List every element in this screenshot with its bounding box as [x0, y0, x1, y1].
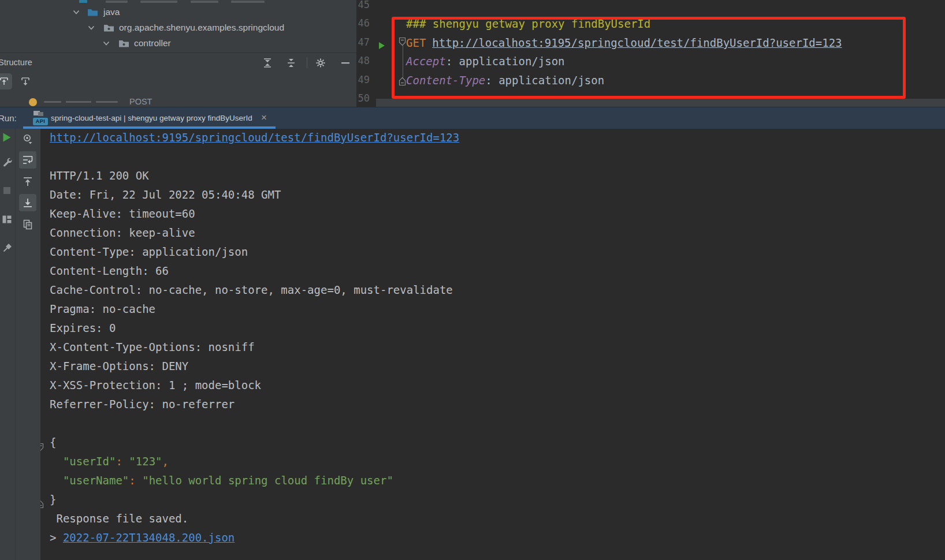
- console-line: Cache-Control: no-cache, no-store, max-a…: [50, 283, 459, 303]
- console-line: "userId": "123",: [50, 455, 459, 474]
- console-line: HTTP/1.1 200 OK: [50, 169, 459, 188]
- console-line: Keep-Alive: timeout=60: [50, 207, 459, 226]
- json-key: "userId": [63, 455, 116, 468]
- json-colon: :: [116, 455, 122, 468]
- stop-square-icon: [3, 187, 11, 195]
- http-request-editor[interactable]: 45 46 47 48 49 50 ### shengyu getway pro…: [356, 0, 945, 107]
- response-header-line: X-XSS-Protection: 1 ; mode=block: [50, 379, 261, 391]
- scroll-to-top-button[interactable]: [19, 173, 36, 191]
- restore-layout-button[interactable]: [1, 213, 13, 226]
- structure-panel-header: Structure: [0, 53, 356, 72]
- modify-run-configuration-button[interactable]: [1, 155, 13, 168]
- tree-item-package[interactable]: org.apache.shenyu.examples.springcloud: [0, 20, 356, 35]
- json-key: "userName": [63, 474, 129, 487]
- project-structure-panel: java org.apache.shenyu.examples.springcl…: [0, 0, 356, 107]
- pin-tab-button[interactable]: [1, 242, 13, 255]
- line-number: 49: [356, 74, 370, 93]
- response-header-line: Referrer-Policy: no-referrer: [50, 398, 235, 410]
- console-line: http://localhost:9195/springcloud/test/f…: [50, 131, 459, 150]
- console-lines: http://localhost:9195/springcloud/test/f…: [50, 131, 459, 550]
- editor-horizontal-scrollbar[interactable]: [376, 99, 945, 107]
- json-value: "hello world spring cloud findBy user": [142, 474, 393, 487]
- json-space: [122, 455, 129, 468]
- http-client-api-icon: API: [33, 111, 48, 126]
- clipped-tree-icon-fragment: [79, 0, 87, 3]
- package-folder-icon: [118, 39, 129, 47]
- scroll-top-icon: [22, 176, 34, 188]
- console-line: Content-Length: 66: [50, 264, 459, 283]
- line-number: 47: [356, 36, 370, 55]
- soft-wrap-button[interactable]: [19, 151, 36, 169]
- response-header-line: Connection: keep-alive: [50, 226, 195, 239]
- console-line: > 2022-07-22T134048.200.json: [50, 531, 459, 550]
- json-value: "123": [129, 455, 162, 468]
- structure-item-clipped[interactable]: POST: [0, 96, 356, 107]
- http-method-label: POST: [129, 97, 152, 106]
- line-number: 45: [356, 0, 370, 18]
- response-header-line: Date: Fri, 22 Jul 2022 05:40:48 GMT: [50, 188, 281, 201]
- run-toolbar-left: [0, 129, 15, 560]
- run-request-gutter-icon[interactable]: [378, 42, 385, 50]
- fold-marker[interactable]: [40, 500, 44, 509]
- autoscroll-from-source-button[interactable]: [17, 73, 34, 89]
- tree-item-label: java: [103, 4, 120, 20]
- package-folder-icon: [103, 23, 114, 32]
- json-indent: [50, 474, 63, 487]
- response-header-line: X-Frame-Options: DENY: [50, 360, 188, 372]
- console-line: Content-Type: application/json: [50, 245, 459, 264]
- tree-item-java[interactable]: java: [0, 4, 356, 20]
- console-line: [50, 417, 459, 436]
- line-number: 46: [356, 17, 370, 36]
- expand-all-icon[interactable]: [262, 57, 273, 69]
- toolbar-divider: [307, 57, 307, 68]
- collapse-all-icon[interactable]: [285, 57, 297, 69]
- tree-item-label: org.apache.shenyu.examples.springcloud: [119, 20, 284, 35]
- response-header-line: X-Content-Type-Options: nosniff: [50, 341, 255, 353]
- filter-view-options-button[interactable]: [19, 130, 36, 148]
- tree-item-label: controller: [134, 35, 171, 51]
- clipped-tree-text-fragment: [231, 1, 265, 3]
- api-badge: API: [33, 118, 48, 125]
- scroll-to-end-button[interactable]: [19, 194, 36, 211]
- run-console-output[interactable]: http://localhost:9195/springcloud/test/f…: [40, 129, 945, 560]
- wrench-icon: [2, 157, 12, 167]
- console-line: Expires: 0: [50, 322, 459, 341]
- response-saved-note: Response file saved.: [50, 512, 188, 525]
- arrow-down-from-bar-icon: [20, 76, 31, 87]
- annotation-red-rectangle: [392, 17, 906, 99]
- saved-file-prefix: >: [50, 531, 63, 544]
- console-line: [50, 150, 459, 169]
- clipped-tree-text-fragment: [140, 1, 177, 3]
- response-header-line: Content-Length: 66: [50, 264, 169, 277]
- structure-panel-title: Structure: [0, 53, 32, 72]
- tree-item-controller[interactable]: controller: [0, 35, 356, 51]
- run-panel-header: Run: API spring-cloud-test-api | shengyu…: [0, 107, 945, 129]
- console-line: X-XSS-Protection: 1 ; mode=block: [50, 379, 459, 398]
- gear-icon[interactable]: [315, 57, 326, 69]
- autoscroll-to-source-button[interactable]: [0, 73, 12, 89]
- json-indent: [50, 455, 63, 468]
- stop-button[interactable]: [1, 184, 13, 197]
- copy-button[interactable]: [19, 216, 36, 233]
- console-line: Pragma: no-cache: [50, 303, 459, 322]
- line-number: 48: [356, 55, 370, 74]
- source-folder-icon: [87, 8, 98, 16]
- method-circle-icon: [29, 98, 37, 106]
- fold-marker[interactable]: [40, 443, 44, 451]
- line-number: 50: [356, 92, 370, 107]
- response-header-line: Keep-Alive: timeout=60: [50, 207, 195, 220]
- pin-icon: [2, 244, 12, 253]
- console-line: X-Frame-Options: DENY: [50, 360, 459, 379]
- play-icon: [3, 133, 12, 143]
- console-line: Referrer-Policy: no-referrer: [50, 398, 459, 417]
- copy-icon: [22, 219, 34, 230]
- chevron-down-icon: [73, 9, 80, 14]
- saved-file-link[interactable]: 2022-07-22T134048.200.json: [63, 531, 235, 544]
- json-comma: ,: [162, 455, 169, 468]
- hide-panel-icon[interactable]: [340, 57, 351, 69]
- rerun-button[interactable]: [1, 131, 13, 144]
- response-url-link[interactable]: http://localhost:9195/springcloud/test/f…: [50, 131, 459, 144]
- run-label: Run:: [0, 107, 17, 129]
- console-line: }: [50, 493, 459, 512]
- console-line: Response file saved.: [50, 512, 459, 531]
